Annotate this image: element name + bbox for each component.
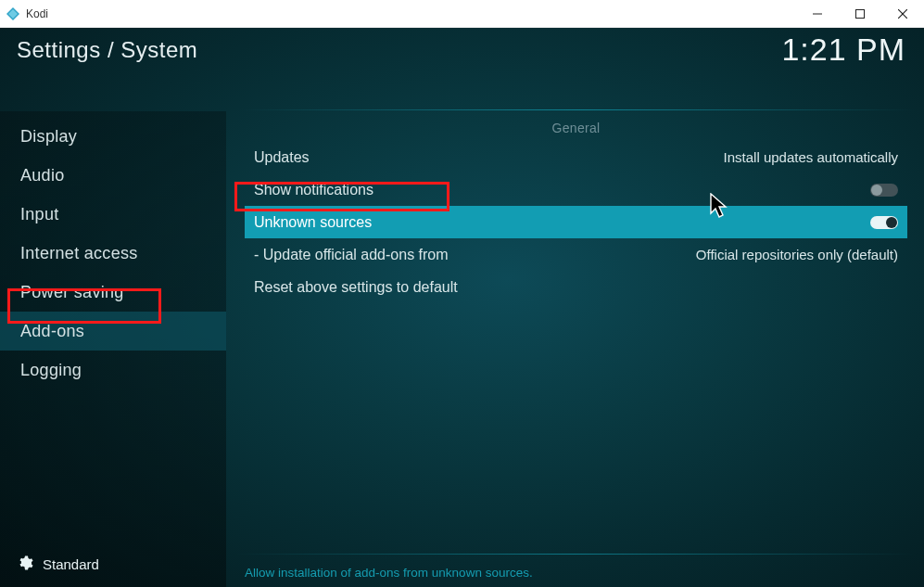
section-header: General	[245, 121, 907, 135]
window-controls	[796, 0, 924, 28]
window-title: Kodi	[26, 7, 48, 20]
sidebar-item-power-saving[interactable]: Power saving	[0, 273, 226, 312]
row-update-official-addons-label: - Update official add-ons from	[254, 247, 449, 263]
settings-level-label: Standard	[43, 556, 99, 572]
settings-level[interactable]: Standard	[0, 545, 226, 582]
window-titlebar: Kodi	[0, 0, 924, 28]
help-text: Allow installation of add-ons from unkno…	[245, 566, 905, 580]
breadcrumb: Settings / System	[17, 37, 905, 63]
sidebar-item-internet-access[interactable]: Internet access	[0, 234, 226, 273]
row-update-official-addons-value: Official repositories only (default)	[696, 247, 898, 262]
row-unknown-sources[interactable]: Unknown sources	[245, 206, 907, 238]
minimize-button[interactable]	[796, 0, 839, 28]
header: Settings / System 1:21 PM	[0, 28, 924, 83]
sidebar-item-audio[interactable]: Audio	[0, 156, 226, 195]
row-update-official-addons[interactable]: - Update official add-ons from Official …	[245, 238, 907, 271]
toggle-unknown-sources[interactable]	[870, 216, 898, 229]
sidebar-item-logging[interactable]: Logging	[0, 351, 226, 389]
maximize-button[interactable]	[839, 0, 881, 28]
svg-rect-3	[856, 9, 865, 18]
header-separator	[241, 109, 915, 110]
row-reset-settings-label: Reset above settings to default	[254, 279, 458, 296]
row-updates-label: Updates	[254, 149, 310, 166]
row-updates-value: Install updates automatically	[724, 149, 898, 165]
toggle-show-notifications[interactable]	[870, 184, 898, 197]
row-reset-settings[interactable]: Reset above settings to default	[245, 271, 907, 303]
row-updates[interactable]: Updates Install updates automatically	[245, 141, 907, 173]
sidebar-item-add-ons[interactable]: Add-ons	[0, 312, 226, 351]
row-unknown-sources-label: Unknown sources	[254, 214, 372, 231]
sidebar-item-display[interactable]: Display	[0, 117, 226, 156]
footer-separator	[235, 554, 915, 555]
sidebar-item-input[interactable]: Input	[0, 195, 226, 234]
clock: 1:21 PM	[781, 32, 905, 68]
sidebar: Display Audio Input Internet access Powe…	[0, 111, 226, 587]
close-button[interactable]	[881, 0, 924, 28]
kodi-app: Settings / System 1:21 PM Display Audio …	[0, 28, 924, 587]
main-panel: General Updates Install updates automati…	[226, 111, 924, 587]
gear-icon	[17, 555, 33, 574]
row-show-notifications-label: Show notifications	[254, 182, 373, 198]
kodi-app-icon	[6, 6, 20, 21]
row-show-notifications[interactable]: Show notifications	[245, 173, 907, 206]
